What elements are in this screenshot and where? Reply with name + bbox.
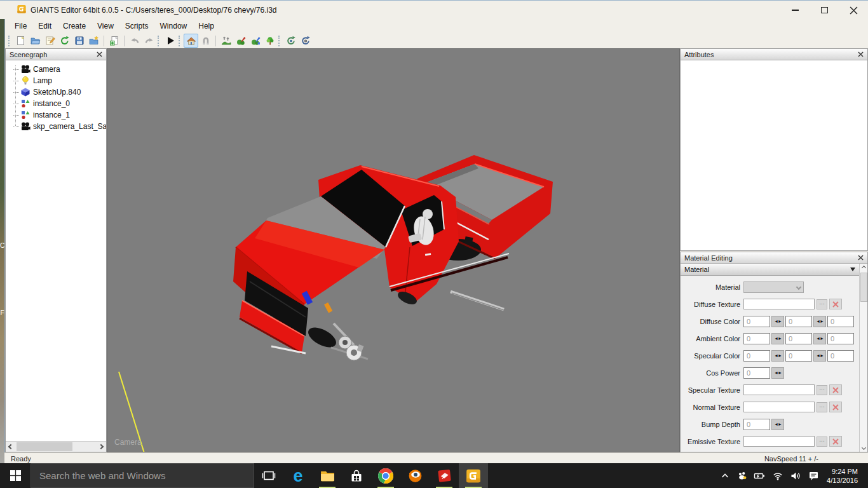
scroll-thumb[interactable]: [17, 442, 72, 451]
browse-button[interactable]: ...: [817, 299, 827, 309]
terrain-paint-button[interactable]: [233, 34, 248, 48]
scenegraph-item-instance0[interactable]: instance_0: [13, 98, 106, 109]
reload-resources-button[interactable]: [298, 34, 313, 48]
taskbar-blender[interactable]: [400, 463, 430, 488]
maximize-button[interactable]: [810, 1, 839, 20]
color-r-input[interactable]: 0: [743, 316, 770, 327]
scenegraph-close-button[interactable]: [97, 51, 102, 57]
color-r-input[interactable]: 0: [743, 333, 770, 344]
browse-button[interactable]: ...: [817, 385, 827, 395]
menu-view[interactable]: View: [92, 20, 119, 32]
minimize-button[interactable]: [780, 1, 810, 20]
clear-texture-button[interactable]: [829, 436, 842, 447]
task-view-button[interactable]: [254, 463, 283, 488]
battery-icon[interactable]: [750, 463, 769, 488]
color-b-input[interactable]: 0: [827, 333, 854, 344]
spinner-control[interactable]: ◄►: [813, 350, 826, 362]
scenegraph-item-lamp[interactable]: Lamp: [13, 75, 106, 86]
taskbar-edge[interactable]: e: [283, 463, 313, 488]
scenegraph-hscrollbar[interactable]: [6, 441, 106, 452]
spinner-control[interactable]: ◄►: [771, 367, 784, 379]
scroll-right-button[interactable]: [96, 442, 106, 452]
scroll-down-button[interactable]: [860, 444, 868, 452]
menu-window[interactable]: Window: [154, 20, 193, 32]
material-editing-close-button[interactable]: [858, 255, 864, 261]
material-section-bar[interactable]: Material: [681, 264, 859, 276]
attributes-close-button[interactable]: [858, 51, 864, 57]
undo-icon: [130, 36, 140, 46]
snap-button[interactable]: [198, 34, 213, 48]
reload-scripts-button[interactable]: [283, 34, 298, 48]
taskbar-chrome[interactable]: [371, 463, 400, 488]
play-button[interactable]: [163, 34, 177, 48]
save-button[interactable]: [72, 34, 86, 48]
spinner-control[interactable]: ◄►: [771, 350, 784, 362]
spinner-control[interactable]: ◄►: [771, 419, 784, 430]
color-r-input[interactable]: 0: [743, 350, 770, 362]
edit-file-button[interactable]: [43, 34, 57, 48]
menu-edit[interactable]: Edit: [32, 20, 57, 32]
new-file-button[interactable]: [13, 34, 28, 48]
scenegraph-item-skp-camera[interactable]: skp_camera_Last_Sav: [13, 121, 106, 132]
refresh-button[interactable]: [57, 34, 72, 48]
specular-texture-input[interactable]: [743, 384, 815, 395]
scroll-up-button[interactable]: [860, 264, 868, 272]
bump-depth-input[interactable]: 0: [743, 419, 770, 430]
taskbar-file-explorer[interactable]: [313, 463, 342, 488]
taskbar-giants-editor[interactable]: [459, 463, 488, 488]
normal-texture-input[interactable]: [743, 402, 815, 412]
volume-icon[interactable]: [787, 463, 804, 488]
export-button[interactable]: [86, 34, 101, 48]
color-b-input[interactable]: 0: [827, 316, 854, 327]
emissive-texture-input[interactable]: [743, 436, 815, 447]
menu-help[interactable]: Help: [193, 20, 220, 32]
menu-file[interactable]: File: [9, 20, 32, 32]
home-mode-button[interactable]: [184, 34, 198, 48]
browse-button[interactable]: ...: [817, 437, 827, 447]
import-button[interactable]: [107, 34, 121, 48]
scenegraph-item-instance1[interactable]: instance_1: [13, 109, 106, 121]
taskbar-sketchup[interactable]: [430, 463, 459, 488]
terrain-raise-button[interactable]: [219, 34, 233, 48]
clear-texture-button[interactable]: [829, 384, 842, 395]
open-file-button[interactable]: [28, 34, 43, 48]
color-g-input[interactable]: 0: [785, 350, 812, 362]
close-button[interactable]: [839, 1, 868, 20]
scroll-thumb[interactable]: [860, 273, 867, 302]
spinner-control[interactable]: ◄►: [771, 316, 784, 327]
menu-scripts[interactable]: Scripts: [119, 20, 154, 32]
show-hidden-icons-button[interactable]: [717, 463, 733, 488]
color-g-input[interactable]: 0: [785, 316, 812, 327]
viewport-3d[interactable]: Camera: [107, 48, 680, 452]
start-button[interactable]: [0, 463, 31, 488]
scroll-left-button[interactable]: [6, 442, 16, 452]
color-g-input[interactable]: 0: [785, 333, 812, 344]
cos-power-input[interactable]: 0: [743, 367, 770, 379]
scenegraph-item-sketchup[interactable]: SketchUp.840: [13, 86, 106, 98]
browse-button[interactable]: ...: [817, 402, 827, 412]
spinner-control[interactable]: ◄►: [813, 316, 826, 327]
action-center-icon[interactable]: [804, 463, 823, 488]
clear-texture-button[interactable]: [829, 299, 842, 309]
diffuse-texture-input[interactable]: [743, 299, 815, 309]
scenegraph-item-camera[interactable]: Camera: [13, 64, 106, 75]
spinner-control[interactable]: ◄►: [771, 333, 784, 344]
taskbar-search[interactable]: [31, 463, 254, 488]
tray-app-icon[interactable]: [733, 463, 750, 488]
material-vscrollbar[interactable]: [859, 264, 867, 452]
wifi-icon[interactable]: [769, 463, 787, 488]
truck-model[interactable]: [107, 49, 680, 452]
taskbar-clock[interactable]: 9:24 PM 4/13/2016: [823, 467, 864, 485]
clear-texture-button[interactable]: [829, 402, 842, 412]
redo-button[interactable]: [142, 34, 156, 48]
menu-create[interactable]: Create: [57, 20, 92, 32]
search-input[interactable]: [31, 470, 241, 481]
spinner-control[interactable]: ◄►: [813, 333, 826, 344]
terrain-detail-button[interactable]: [248, 34, 262, 48]
tree-placement-button[interactable]: [262, 34, 277, 48]
material-dropdown[interactable]: [743, 281, 804, 293]
taskbar-store[interactable]: [342, 463, 371, 488]
color-b-input[interactable]: 0: [827, 350, 854, 362]
undo-button[interactable]: [127, 34, 142, 48]
chevron-up-icon: [720, 471, 730, 480]
